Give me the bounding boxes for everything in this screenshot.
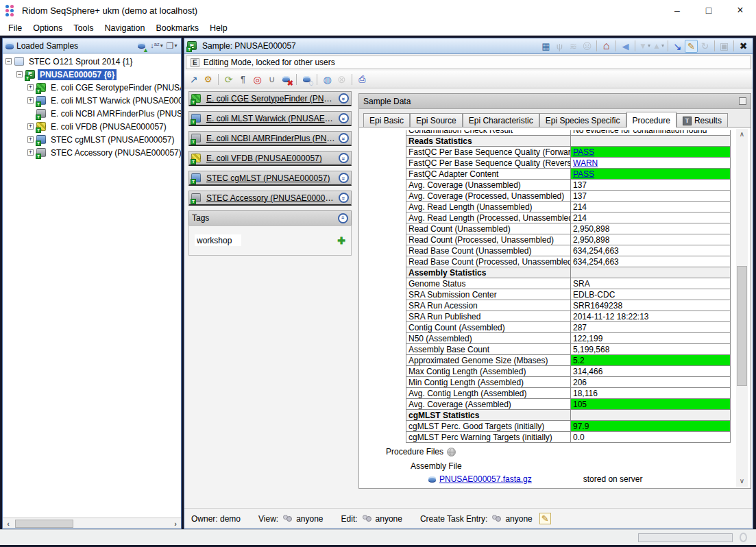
expand-entry-icon[interactable]: » [339,93,349,104]
target-definition-icon[interactable]: ◎ [251,73,264,86]
disabled-action-icon: ⊗ [335,73,348,86]
expand-entry-icon[interactable]: » [339,153,349,163]
export-grid-icon[interactable]: ▦ [539,40,552,53]
tree-item[interactable]: −STEC O121 Sprout 2014 {1} [3,55,181,68]
task-entry-label[interactable]: E. coli MLST Warwick (PNUSAE000057) [206,114,336,123]
expand-icon[interactable]: + [27,136,34,143]
report-icon[interactable]: ⎙ [356,73,369,86]
collapse-tags-icon[interactable]: » [338,213,348,223]
tag-input[interactable] [195,234,241,246]
close-icon[interactable]: ✖ [737,40,750,53]
database-search-icon[interactable]: ◌ [300,73,313,86]
row-value: 214 [571,202,731,212]
task-entry-label[interactable]: E. coli CGE SerotypeFinder (PNUS... [206,94,336,104]
row-label: Contamination Check Result [406,130,571,136]
tree-horizontal-scrollbar[interactable]: ‹ › [3,518,181,528]
tree-item[interactable]: +TSTEC Accessory (PNUSAE000057) [3,146,181,159]
home-icon[interactable]: ⌂ [600,40,613,53]
add-tag-icon[interactable]: ✚ [337,235,345,246]
task-entry-header[interactable]: TE. coli NCBI AMRFinderPlus (PNUS...» [188,131,352,146]
tree-item[interactable]: +TE. coli CGE SerotypeFinder (PNUSAE0000… [3,81,181,94]
task-entry-header[interactable]: TSTEC Accessory (PNUSAE000057)» [188,191,352,206]
sample-data-scrollbar[interactable]: ∧ ∨ [736,129,748,487]
attachment-icon[interactable]: ∪ [265,73,278,86]
task-entry-label[interactable]: STEC cgMLST (PNUSAE000057) [206,173,336,183]
tab-epi-characteristic[interactable]: Epi Characteristic [463,113,539,127]
assembly-file-link[interactable]: PNUSAE000057.fasta.gz [439,474,532,484]
agt-editor-icon[interactable]: ↗ [187,73,200,86]
edit-permissions-icon[interactable]: ✎ [539,513,551,524]
edit-mode-icon[interactable]: ✎ [685,40,698,53]
collapse-icon[interactable]: − [5,58,12,64]
qc-report-link[interactable]: PASS [573,147,594,157]
task-entry-header[interactable]: TE. coli VFDB (PNUSAE000057)» [188,151,352,166]
globe-icon[interactable] [447,448,456,457]
menu-navigation[interactable]: Navigation [99,22,150,34]
dropdown-caret-icon[interactable]: ▾ [174,43,177,49]
close-button[interactable]: × [724,0,756,21]
row-value: EDLB-CDC [571,289,731,300]
scroll-down-icon[interactable]: ∨ [736,476,748,487]
menu-options[interactable]: Options [27,22,68,34]
tab-results[interactable]: TResults [676,113,728,127]
tree-item[interactable]: −ETPNUSAE000057 {6} [3,68,181,81]
tree-item-label: E. coli VFDB (PNUSAE000057) [49,121,169,132]
dropdown-caret-icon[interactable]: ▾ [661,43,664,49]
task-entry-label[interactable]: E. coli VFDB (PNUSAE000057) [206,154,336,163]
dropdown-caret-icon[interactable]: ▾ [160,43,163,49]
commit-database-icon[interactable]: ▲ [135,39,148,52]
sample-data-title: Sample Data [363,97,411,106]
expand-entry-icon[interactable]: » [339,133,349,143]
row-label: Read Base Count (Processed, Unassembled) [406,256,571,267]
collapse-icon[interactable]: − [16,71,23,77]
task-yellow-icon: T [36,122,47,132]
expand-entry-icon[interactable]: » [339,173,349,183]
tree-item[interactable]: TE. coli NCBI AMRFinderPlus (PNUSAE00005… [3,107,181,120]
tree-item[interactable]: +TE. coli VFDB (PNUSAE000057) [3,120,181,133]
tab-epi-basic[interactable]: Epi Basic [363,113,410,127]
row-value: 105 [571,399,731,410]
task-entries-column: TE. coli CGE SerotypeFinder (PNUS...»TE.… [188,91,352,256]
submit-icon[interactable]: ↘ [671,40,684,53]
menu-help[interactable]: Help [204,22,233,34]
menu-bookmarks[interactable]: Bookmarks [151,22,205,34]
task-entry-header[interactable]: TE. coli CGE SerotypeFinder (PNUS...» [188,91,352,106]
maximize-panel-icon[interactable] [739,97,746,105]
expand-entry-icon[interactable]: » [339,193,349,203]
tab-procedure[interactable]: Procedure [626,112,676,127]
sort-az-icon[interactable]: ↓ᵃᶻ▾ [150,39,163,52]
expand-icon[interactable]: + [27,123,34,130]
back-icon[interactable]: ◀ [619,40,632,53]
task-config-icon[interactable]: ⚙ [202,73,215,86]
expand-icon[interactable]: + [27,84,34,90]
task-entry-label[interactable]: E. coli NCBI AMRFinderPlus (PNUS... [206,134,336,143]
expand-entry-icon[interactable]: » [339,113,349,123]
tree-item[interactable]: +TSTEC cgMLST (PNUSAE000057) [3,133,181,146]
expand-icon[interactable]: + [27,97,34,104]
window-layout-icon[interactable]: ❐▾ [165,39,178,52]
recreate-icon[interactable]: ⟳ [222,73,235,86]
scroll-up-icon[interactable]: ∧ [736,129,748,140]
scrollbar-thumb[interactable] [737,266,747,386]
menu-file[interactable]: File [3,22,27,34]
scrollbar-thumb[interactable] [15,520,73,528]
minimize-button[interactable]: – [661,0,693,21]
menu-tools[interactable]: Tools [68,22,99,34]
maximize-button[interactable]: □ [693,0,724,21]
delete-database-icon[interactable]: ✖ [280,73,293,86]
tree-item[interactable]: +TE. coli MLST Warwick (PNUSAE000057) [3,94,181,107]
upload-globe-icon[interactable]: ◍ [321,73,334,86]
task-entry-header[interactable]: TE. coli MLST Warwick (PNUSAE000057)» [188,111,352,126]
editing-mode-icon: E [191,58,199,67]
qc-report-link[interactable]: WARN [573,158,598,168]
dropdown-caret-icon[interactable]: ▾ [648,43,650,49]
qc-report-link[interactable]: PASS [573,169,594,179]
expand-icon[interactable]: + [27,149,34,156]
scroll-left-icon[interactable]: ‹ [3,520,14,528]
tab-epi-source[interactable]: Epi Source [410,113,463,127]
tab-epi-species-specific[interactable]: Epi Species Specific [539,113,626,127]
procedure-details-icon[interactable]: ¶ [236,73,249,86]
scroll-right-icon[interactable]: › [170,520,181,528]
task-entry-label[interactable]: STEC Accessory (PNUSAE000057) [206,193,336,203]
task-entry-header[interactable]: TSTEC cgMLST (PNUSAE000057)» [188,171,352,186]
